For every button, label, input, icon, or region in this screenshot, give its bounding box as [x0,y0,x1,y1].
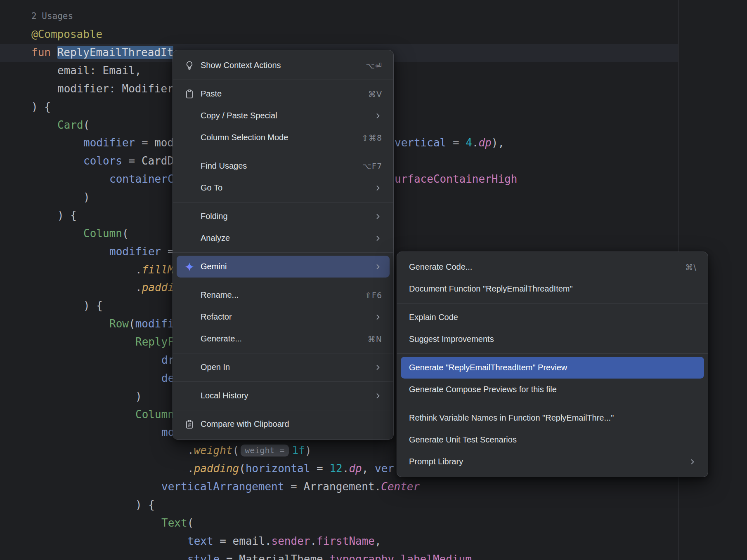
code-token: urfaceContainerHigh [395,173,517,185]
code-token: , [375,535,381,547]
code-token: verticalArrangement [161,480,284,493]
code-token: ) { [57,209,77,221]
code-token: ) [305,444,312,456]
menu-item-go-to[interactable]: Go To [177,177,390,199]
menu-separator [397,404,708,404]
code-line: verticalArrangement = Arrangement.Center [161,478,420,496]
menu-item-find-usages[interactable]: Find Usages⌥F7 [177,155,390,177]
code-line: @Composable [31,26,102,44]
code-line: ) [135,388,142,406]
menu-item-prompt-library[interactable]: Prompt Library [401,451,704,473]
code-line: ) [83,188,90,207]
icon-slot [184,312,195,322]
code-token: ( [122,227,129,240]
code-token: ReplyF [135,336,174,348]
code-line: Row(modifi [109,315,174,333]
code-token: ), [492,136,504,149]
menu-item-suggest-improvements[interactable]: Suggest Improvements [401,328,704,350]
menu-item-show-context-actions[interactable]: Show Context Actions⌥⏎ [177,54,390,76]
menu-item-paste[interactable]: Paste⌘V [177,83,390,105]
menu-item-copy-paste-special[interactable]: Copy / Paste Special [177,105,390,127]
menu-item-column-selection-mode[interactable]: Column Selection Mode⇧⌘8 [177,127,390,148]
icon-slot [184,161,195,172]
menu-item-gemini[interactable]: Gemini [177,256,390,278]
code-token: @Composable [31,28,102,40]
menu-item-label: Column Selection Mode [201,133,347,142]
ide-window: 2 Usages@Composablefun ReplyEmailThreadI… [0,0,747,560]
menu-item-label: Generate "ReplyEmailThreadItem" Preview [409,363,697,372]
code-token: . [310,535,317,547]
code-token: ) [135,390,142,402]
code-token: modifier [83,136,135,149]
selected-identifier: ReplyEmailThreadIt [57,46,174,59]
code-token: padding [194,462,239,475]
menu-item-document-function[interactable]: Document Function "ReplyEmailThreadItem" [401,278,704,300]
menu-item-refactor[interactable]: Refactor [177,306,390,328]
code-token: ( [239,462,246,475]
menu-shortcut: ⇧F6 [365,291,382,300]
code-token: . [394,553,401,560]
code-token: Column [135,408,174,421]
menu-shortcut: ⌘N [368,334,382,344]
menu-shortcut: ⇧⌘8 [362,133,382,142]
code-token: mod [154,136,174,149]
chevron-right-icon [374,112,382,120]
chevron-right-icon [688,458,697,466]
menu-item-label: Suggest Improvements [409,334,697,344]
code-token: ( [187,517,194,529]
menu-item-generate-compose-previews[interactable]: Generate Compose Previews for this file [401,379,704,400]
menu-item-open-in[interactable]: Open In [177,356,390,378]
code-token: paddi [142,281,174,294]
code-line: .paddi [135,279,174,297]
menu-item-label: Generate Unit Test Scenarios [409,435,697,445]
code-token: = [161,245,174,258]
menu-item-label: Generate... [201,334,354,344]
menu-item-explain-code[interactable]: Explain Code [401,306,704,328]
code-token: Arrangement [303,480,374,493]
code-token: dp [479,136,492,149]
chevron-right-icon [374,184,382,192]
code-line: modifier = [109,243,174,261]
menu-item-generate[interactable]: Generate...⌘N [177,328,390,350]
code-token: . [343,462,349,475]
code-token: sender [272,535,310,547]
code-line: fun ReplyEmailThreadIt [31,44,173,62]
code-token: ( [129,318,135,330]
chevron-right-icon [374,234,382,242]
code-token: ( [233,444,239,456]
code-token: 4 [466,136,472,149]
menu-item-analyze[interactable]: Analyze [177,227,390,249]
chevron-right-icon [374,263,382,271]
menu-item-rename[interactable]: Rename...⇧F6 [177,284,390,306]
code-token: fillM [142,264,174,276]
menu-item-generate-unit-test-scenarios[interactable]: Generate Unit Test Scenarios [401,429,704,451]
code-line: ) { [83,297,103,315]
code-token: . [472,136,479,149]
code-line: .fillM [135,261,174,279]
menu-item-compare-with-clipboard[interactable]: Compare with Clipboard [177,413,390,435]
chevron-right-icon [374,363,382,372]
menu-shortcut: ⌥F7 [362,162,382,171]
menu-item-generate-code[interactable]: Generate Code...⌘\ [401,256,704,278]
code-token: . [265,535,272,547]
code-token: = [446,136,466,149]
menu-item-label: Generate Code... [409,262,671,272]
icon-slot [184,132,195,143]
menu-item-folding[interactable]: Folding [177,205,390,227]
chevron-right-icon [374,313,382,321]
menu-separator [173,410,393,410]
menu-item-local-history[interactable]: Local History [177,385,390,407]
menu-item-label: Find Usages [201,161,348,171]
menu-item-generate-preview[interactable]: Generate "ReplyEmailThreadItem" Preview [401,357,704,379]
menu-item-rethink-variable-names[interactable]: Rethink Variable Names in Function "Repl… [401,407,704,429]
menu-item-label: Analyze [201,233,360,243]
code-token: ) { [135,499,155,511]
code-token: weight [194,444,233,456]
code-token: ) { [31,101,51,113]
menu-separator [173,80,393,80]
code-line: vertical = 4.dp), [395,134,504,152]
code-token: modifier: Modifier [57,82,174,95]
code-token: . [323,553,330,560]
code-token: Center [381,480,420,493]
code-token: horizontal [246,462,310,475]
